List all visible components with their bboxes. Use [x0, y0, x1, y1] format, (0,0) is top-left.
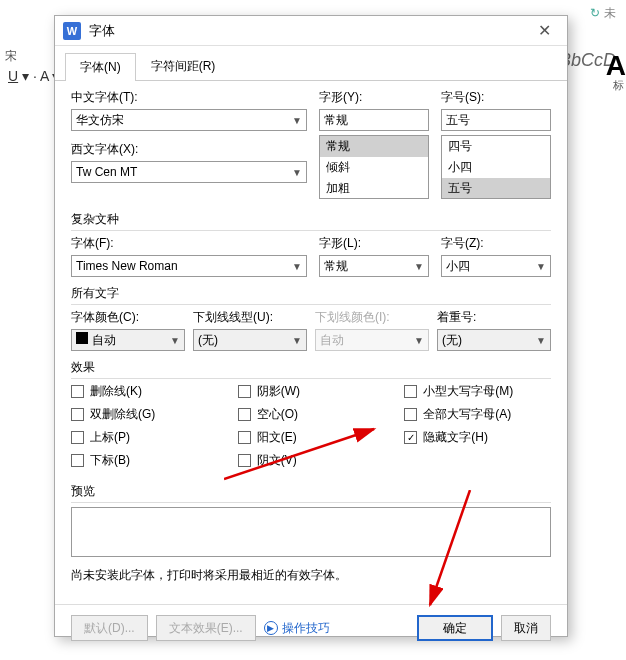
complex-size-value: 小四 [446, 258, 470, 275]
underline-style-label: 下划线线型(U): [193, 309, 307, 326]
text-effects-button[interactable]: 文本效果(E)... [156, 615, 256, 641]
complex-style-label: 字形(L): [319, 235, 429, 252]
checkbox-icon [71, 454, 84, 467]
chevron-down-icon: ▼ [536, 261, 546, 272]
preview-box [71, 507, 551, 557]
underline-style-combo[interactable]: (无) ▼ [193, 329, 307, 351]
dialog-footer: 默认(D)... 文本效果(E)... ▶ 操作技巧 确定 取消 [55, 604, 567, 651]
chinese-font-value: 华文仿宋 [76, 112, 124, 129]
checkbox-icon [71, 431, 84, 444]
check-shadow[interactable]: 阴影(W) [238, 383, 385, 400]
check-emboss[interactable]: 阳文(E) [238, 429, 385, 446]
effects-label: 效果 [71, 359, 551, 379]
checkbox-icon [238, 385, 251, 398]
check-super[interactable]: 上标(P) [71, 429, 218, 446]
checkbox-checked-icon [404, 431, 417, 444]
size-input[interactable]: 五号 [441, 109, 551, 131]
complex-size-label: 字号(Z): [441, 235, 551, 252]
default-button[interactable]: 默认(D)... [71, 615, 148, 641]
preview-label: 预览 [71, 483, 551, 503]
all-text-label: 所有文字 [71, 285, 551, 305]
checkbox-icon [404, 408, 417, 421]
checkbox-icon [404, 385, 417, 398]
underline-color-combo: 自动 ▼ [315, 329, 429, 351]
tab-spacing[interactable]: 字符间距(R) [136, 52, 231, 80]
check-dblstrike[interactable]: 双删除线(G) [71, 406, 218, 423]
tab-font[interactable]: 字体(N) [65, 53, 136, 81]
complex-font-label: 字体(F): [71, 235, 307, 252]
bg-refresh-indicator: 未 [590, 5, 616, 22]
info-icon: ▶ [264, 621, 278, 635]
font-dialog: W 字体 ✕ 字体(N) 字符间距(R) 中文字体(T): 华文仿宋 ▼ 字形(… [54, 15, 568, 637]
western-font-label: 西文字体(X): [71, 141, 307, 158]
checkbox-icon [71, 385, 84, 398]
font-color-label: 字体颜色(C): [71, 309, 185, 326]
bg-font-combo: 宋 [5, 48, 17, 65]
size-label: 字号(S): [441, 89, 551, 106]
dialog-title: 字体 [89, 22, 529, 40]
checkbox-icon [238, 408, 251, 421]
check-sub[interactable]: 下标(B) [71, 452, 218, 469]
font-color-combo[interactable]: 自动 ▼ [71, 329, 185, 351]
chevron-down-icon: ▼ [292, 167, 302, 178]
complex-size-combo[interactable]: 小四 ▼ [441, 255, 551, 277]
complex-font-combo[interactable]: Times New Roman ▼ [71, 255, 307, 277]
style-label: 字形(Y): [319, 89, 429, 106]
size-value: 五号 [446, 112, 470, 129]
underline-color-label: 下划线颜色(I): [315, 309, 429, 326]
chinese-font-combo[interactable]: 华文仿宋 ▼ [71, 109, 307, 131]
complex-style-value: 常规 [324, 258, 348, 275]
western-font-combo[interactable]: Tw Cen MT ▼ [71, 161, 307, 183]
chevron-down-icon: ▼ [414, 335, 424, 346]
chevron-down-icon: ▼ [292, 261, 302, 272]
color-swatch-icon [76, 332, 88, 344]
check-engrave[interactable]: 阴文(V) [238, 452, 385, 469]
check-hollow[interactable]: 空心(O) [238, 406, 385, 423]
style-input[interactable]: 常规 [319, 109, 429, 131]
checkbox-icon [238, 431, 251, 444]
titlebar: W 字体 ✕ [55, 16, 567, 46]
complex-section-label: 复杂文种 [71, 211, 551, 231]
check-allcaps[interactable]: 全部大写字母(A) [404, 406, 551, 423]
emphasis-combo[interactable]: (无) ▼ [437, 329, 551, 351]
chevron-down-icon: ▼ [292, 335, 302, 346]
bg-underline-btn: U ▾ · A ▾ [8, 68, 59, 84]
check-smallcaps[interactable]: 小型大写字母(M) [404, 383, 551, 400]
chinese-font-label: 中文字体(T): [71, 89, 307, 106]
complex-font-value: Times New Roman [76, 259, 178, 273]
preview-note: 尚未安装此字体，打印时将采用最相近的有效字体。 [71, 567, 551, 584]
chevron-down-icon: ▼ [536, 335, 546, 346]
close-button[interactable]: ✕ [529, 21, 559, 40]
western-font-value: Tw Cen MT [76, 165, 137, 179]
chevron-down-icon: ▼ [292, 115, 302, 126]
checkbox-icon [238, 454, 251, 467]
emphasis-label: 着重号: [437, 309, 551, 326]
check-strike[interactable]: 删除线(K) [71, 383, 218, 400]
cancel-button[interactable]: 取消 [501, 615, 551, 641]
checkbox-icon [71, 408, 84, 421]
check-hidden[interactable]: 隐藏文字(H) [404, 429, 551, 446]
style-value: 常规 [324, 112, 348, 129]
ok-button[interactable]: 确定 [417, 615, 493, 641]
app-icon: W [63, 22, 81, 40]
chevron-down-icon: ▼ [170, 335, 180, 346]
chevron-down-icon: ▼ [414, 261, 424, 272]
bg-style-sub: 标 [613, 78, 624, 93]
tab-strip: 字体(N) 字符间距(R) [55, 46, 567, 81]
complex-style-combo[interactable]: 常规 ▼ [319, 255, 429, 277]
tips-link[interactable]: ▶ 操作技巧 [264, 620, 330, 637]
